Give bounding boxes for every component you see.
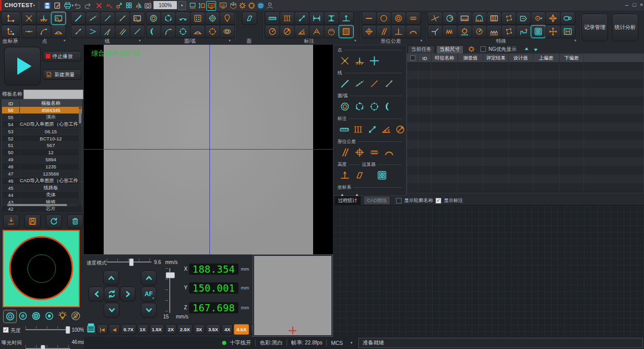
play-button[interactable] bbox=[4, 47, 41, 85]
palette-calculator-icon[interactable] bbox=[376, 169, 388, 181]
link-icon[interactable] bbox=[115, 1, 124, 10]
show-contour-checkbox[interactable] bbox=[396, 198, 402, 203]
crosshair-status[interactable]: 十字线开 bbox=[230, 339, 251, 346]
special-path-icon[interactable] bbox=[516, 25, 531, 38]
dim-radius-icon[interactable] bbox=[265, 25, 280, 38]
palette-dim-vertical-icon[interactable] bbox=[353, 123, 364, 135]
circle-pin-icon[interactable] bbox=[220, 12, 235, 25]
special-beam-icon[interactable] bbox=[560, 25, 575, 38]
line-icon[interactable] bbox=[71, 12, 86, 25]
palette-circle-ring-icon[interactable] bbox=[339, 100, 351, 112]
palette-tol-parallelism-icon[interactable] bbox=[339, 146, 351, 158]
column-header[interactable]: 评定结果 bbox=[483, 54, 509, 62]
settings-icon[interactable] bbox=[238, 1, 247, 10]
point-corner-icon[interactable] bbox=[36, 25, 51, 38]
template-row[interactable]: 564584345 bbox=[2, 107, 82, 114]
zoom-select[interactable]: 100% bbox=[154, 1, 177, 9]
special-move-icon[interactable] bbox=[545, 12, 561, 25]
tab-process-statistics[interactable]: 过程统计 bbox=[334, 196, 361, 205]
palette-point-crosshair-icon[interactable] bbox=[368, 54, 380, 67]
special-seam-icon[interactable] bbox=[427, 12, 443, 25]
coordinate-system-select[interactable]: MCS bbox=[331, 340, 343, 346]
arc-span-icon[interactable] bbox=[175, 12, 191, 25]
template-row[interactable]: 51567 bbox=[2, 142, 82, 149]
line-perpendicular-icon[interactable] bbox=[100, 25, 115, 38]
palette-point-intersection-icon[interactable] bbox=[339, 54, 351, 67]
color-mode-status[interactable]: 色彩:黑白 bbox=[260, 339, 283, 346]
circle-scan-icon[interactable] bbox=[175, 25, 191, 38]
arc-dome-icon[interactable] bbox=[190, 25, 205, 38]
monitor-om-icon[interactable]: OM bbox=[206, 1, 216, 11]
special-spring-icon[interactable] bbox=[442, 25, 457, 38]
show-annotation-checkbox[interactable]: ✓ bbox=[436, 198, 441, 203]
zoom-level-button[interactable]: 3.5X bbox=[206, 324, 221, 335]
navigation-preview[interactable] bbox=[253, 254, 333, 337]
special-spiral-icon[interactable] bbox=[442, 12, 457, 25]
template-row[interactable]: 55演示 bbox=[2, 114, 82, 121]
fit-one-icon[interactable] bbox=[197, 1, 206, 10]
template-name-input[interactable] bbox=[23, 90, 83, 99]
jog-left-button[interactable] bbox=[88, 286, 104, 302]
save-icon[interactable] bbox=[43, 1, 51, 10]
circle-multi-icon[interactable] bbox=[205, 25, 220, 38]
arc-crescent-icon[interactable] bbox=[146, 25, 161, 38]
special-cluster-icon[interactable] bbox=[501, 25, 516, 38]
line-free-icon[interactable] bbox=[130, 25, 145, 38]
palette-point-surface-icon[interactable] bbox=[353, 54, 365, 67]
special-gear-icon[interactable] bbox=[457, 25, 472, 38]
special-caliper-icon[interactable] bbox=[457, 12, 472, 25]
camera-view[interactable]: 综合倍率:227.03 bbox=[84, 45, 333, 254]
cad-canvas[interactable] bbox=[333, 205, 644, 337]
dim-angle-theta-icon[interactable]: θ bbox=[294, 25, 310, 38]
ribbon-group-caret-icon[interactable]: ▼ bbox=[354, 39, 357, 42]
template-row[interactable]: 42芯片 bbox=[2, 206, 82, 213]
record-management-button[interactable]: 记录管理 bbox=[581, 14, 608, 41]
template-list-hscrollbar[interactable] bbox=[4, 203, 78, 207]
delete-template-button[interactable] bbox=[67, 214, 83, 228]
template-row[interactable]: 481235 bbox=[2, 163, 82, 170]
dim-diameter-icon[interactable] bbox=[280, 25, 295, 38]
close-button[interactable]: × bbox=[638, 2, 644, 8]
tab-current-task[interactable]: 当前任务 bbox=[408, 45, 435, 53]
refresh-template-button[interactable] bbox=[46, 214, 62, 228]
autofocus-button[interactable]: AF ▼ bbox=[141, 286, 157, 302]
load-template-button[interactable]: Load bbox=[3, 214, 19, 228]
special-matrix-icon[interactable] bbox=[531, 25, 546, 38]
tol-profile-icon[interactable] bbox=[406, 25, 421, 38]
line-profile-icon[interactable] bbox=[130, 12, 145, 25]
delete-icon[interactable] bbox=[95, 1, 103, 10]
template-row[interactable]: 45线路板 bbox=[2, 185, 82, 192]
zoom-level-button[interactable]: 3X bbox=[194, 324, 205, 335]
template-row[interactable]: 495894 bbox=[2, 156, 82, 163]
fit-width-icon[interactable] bbox=[188, 1, 197, 10]
column-header[interactable]: 设计值 bbox=[509, 54, 533, 62]
template-row[interactable]: 47123568 bbox=[2, 170, 82, 178]
column-header[interactable]: 上偏差 bbox=[533, 54, 560, 62]
mirror-icon[interactable] bbox=[134, 1, 143, 10]
palette-arc-icon[interactable] bbox=[383, 100, 395, 112]
edit-doc-icon[interactable] bbox=[53, 1, 62, 10]
jog-right-button[interactable] bbox=[120, 286, 136, 302]
tol-parallelism-icon[interactable] bbox=[376, 25, 391, 38]
special-comb-icon[interactable] bbox=[486, 12, 502, 25]
point-mid-icon[interactable] bbox=[21, 25, 37, 38]
palette-height-plane-icon[interactable] bbox=[353, 169, 365, 181]
zoom-level-button[interactable]: 1X bbox=[137, 324, 148, 335]
special-peaks-icon[interactable] bbox=[486, 25, 502, 38]
dim-drop-icon[interactable] bbox=[339, 12, 354, 25]
palette-circle-scan-icon[interactable] bbox=[368, 100, 380, 112]
exposure-slider[interactable] bbox=[25, 345, 70, 349]
point-surface-icon[interactable] bbox=[36, 12, 51, 25]
palette-tol-symmetry-icon[interactable] bbox=[368, 146, 380, 158]
template-row[interactable]: 44壳体 bbox=[2, 192, 82, 199]
brightness-slider[interactable] bbox=[25, 326, 70, 333]
point-dome-icon[interactable] bbox=[51, 25, 66, 38]
array-icon[interactable] bbox=[125, 1, 133, 10]
chip-icon[interactable] bbox=[247, 1, 256, 10]
line-two-point-icon[interactable] bbox=[115, 12, 130, 25]
zoom-level-button[interactable]: 4.5X bbox=[234, 324, 249, 335]
ribbon-group-caret-icon[interactable]: ▼ bbox=[15, 39, 18, 42]
print-caret-icon[interactable]: ▼ bbox=[71, 4, 74, 7]
segment-light-button[interactable] bbox=[29, 310, 42, 322]
zoom-first-button[interactable]: |◀ bbox=[97, 324, 108, 335]
